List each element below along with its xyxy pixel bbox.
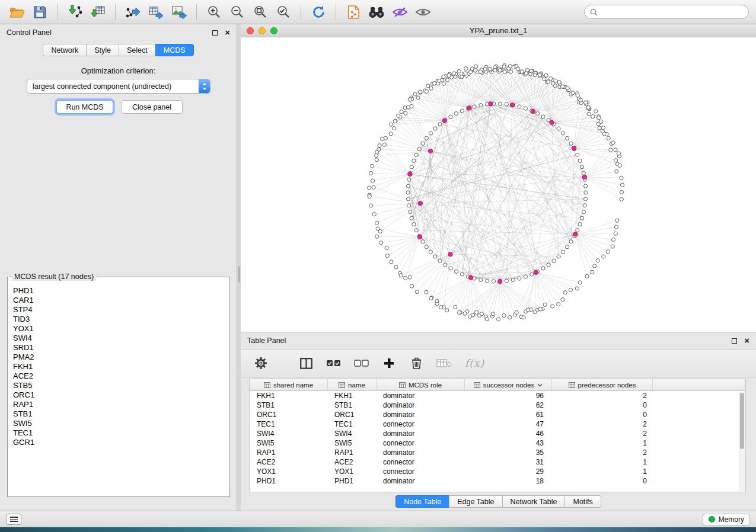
network-node[interactable] bbox=[497, 318, 500, 321]
network-node[interactable] bbox=[515, 310, 518, 314]
float-table-panel-icon[interactable] bbox=[732, 338, 737, 344]
network-node[interactable] bbox=[547, 80, 550, 84]
network-node[interactable] bbox=[372, 213, 376, 216]
network-node[interactable] bbox=[541, 267, 545, 270]
network-node[interactable] bbox=[502, 313, 506, 317]
network-node[interactable] bbox=[439, 306, 443, 309]
network-node[interactable] bbox=[412, 223, 416, 226]
network-node[interactable] bbox=[378, 144, 381, 148]
network-node[interactable] bbox=[547, 263, 550, 267]
tab-network-table[interactable]: Network Table bbox=[502, 495, 565, 508]
network-node[interactable] bbox=[454, 305, 457, 309]
network-node[interactable] bbox=[584, 184, 588, 188]
network-node[interactable] bbox=[421, 142, 425, 145]
network-node[interactable] bbox=[552, 259, 556, 262]
network-node[interactable] bbox=[406, 191, 410, 194]
mcds-dominator-node[interactable] bbox=[498, 279, 502, 283]
network-node[interactable] bbox=[618, 164, 621, 167]
network-node[interactable] bbox=[421, 240, 425, 243]
show-all-icon[interactable] bbox=[413, 2, 432, 21]
network-node[interactable] bbox=[438, 259, 442, 262]
network-node[interactable] bbox=[620, 176, 623, 180]
network-node[interactable] bbox=[620, 183, 624, 187]
network-node[interactable] bbox=[415, 290, 419, 294]
mcds-dominator-node[interactable] bbox=[550, 120, 554, 124]
table-row[interactable]: YOX1YOX1connector291 bbox=[250, 467, 745, 476]
tab-motifs[interactable]: Motifs bbox=[564, 495, 601, 508]
network-node[interactable] bbox=[475, 310, 479, 314]
network-node[interactable] bbox=[385, 246, 388, 250]
network-node[interactable] bbox=[606, 250, 610, 254]
network-node[interactable] bbox=[410, 165, 413, 169]
table-row[interactable]: RAP1RAP1dominator352 bbox=[250, 448, 745, 457]
network-node[interactable] bbox=[576, 153, 579, 156]
network-node[interactable] bbox=[580, 165, 584, 169]
mcds-dominator-node[interactable] bbox=[573, 232, 578, 236]
float-panel-icon[interactable] bbox=[212, 30, 218, 36]
network-node[interactable] bbox=[562, 250, 565, 254]
mcds-result-item[interactable]: TEC1 bbox=[13, 428, 229, 438]
network-node[interactable] bbox=[474, 69, 477, 72]
network-node[interactable] bbox=[452, 72, 456, 75]
network-node[interactable] bbox=[591, 115, 595, 118]
network-node[interactable] bbox=[585, 274, 589, 278]
mcds-result-item[interactable]: ORC1 bbox=[13, 390, 229, 400]
network-node[interactable] bbox=[375, 235, 379, 238]
mcds-dominator-node[interactable] bbox=[442, 118, 446, 123]
network-node[interactable] bbox=[409, 210, 412, 214]
column-header-mcds-role[interactable]: MCDS role bbox=[377, 379, 465, 391]
network-node[interactable] bbox=[393, 127, 396, 130]
network-node[interactable] bbox=[580, 216, 584, 220]
refresh-layout-icon[interactable] bbox=[309, 2, 328, 21]
status-menu-icon[interactable] bbox=[6, 514, 21, 525]
network-node[interactable] bbox=[444, 263, 447, 267]
network-node[interactable] bbox=[530, 273, 534, 276]
network-node[interactable] bbox=[536, 112, 540, 116]
network-node[interactable] bbox=[524, 275, 527, 278]
mcds-result-item[interactable]: STB5 bbox=[13, 381, 229, 390]
network-node[interactable] bbox=[566, 245, 569, 249]
network-node[interactable] bbox=[479, 278, 483, 281]
function-builder-icon[interactable]: f(x) bbox=[465, 355, 484, 371]
mcds-result-item[interactable]: FKH1 bbox=[13, 362, 229, 371]
zoom-fit-icon[interactable] bbox=[251, 2, 270, 21]
network-node[interactable] bbox=[479, 70, 482, 73]
table-row[interactable]: SWI5SWI5connector431 bbox=[250, 438, 745, 448]
run-mcds-button[interactable]: Run MCDS bbox=[56, 100, 113, 114]
network-node[interactable] bbox=[473, 105, 476, 108]
import-network-icon[interactable] bbox=[65, 2, 84, 21]
network-node[interactable] bbox=[419, 90, 422, 94]
mcds-dominator-node[interactable] bbox=[417, 235, 422, 239]
network-node[interactable] bbox=[593, 264, 596, 268]
network-node[interactable] bbox=[368, 195, 371, 198]
network-node[interactable] bbox=[518, 277, 521, 280]
network-node[interactable] bbox=[596, 259, 599, 262]
mcds-result-item[interactable]: PMA2 bbox=[13, 352, 229, 362]
column-header-predecessor-nodes[interactable]: predecessor nodes bbox=[552, 379, 653, 391]
network-node[interactable] bbox=[516, 67, 519, 70]
hide-selected-icon[interactable] bbox=[390, 2, 409, 21]
network-node[interactable] bbox=[549, 77, 553, 81]
network-node[interactable] bbox=[590, 270, 594, 274]
network-node[interactable] bbox=[511, 278, 515, 281]
network-node[interactable] bbox=[614, 225, 618, 229]
network-node[interactable] bbox=[379, 241, 383, 245]
network-node[interactable] bbox=[557, 127, 560, 130]
network-node[interactable] bbox=[385, 254, 389, 258]
network-node[interactable] bbox=[538, 73, 541, 76]
mcds-dominator-node[interactable] bbox=[489, 102, 493, 106]
zoom-in-icon[interactable] bbox=[205, 2, 224, 21]
network-node[interactable] bbox=[563, 291, 567, 294]
network-node[interactable] bbox=[569, 288, 572, 291]
add-column-icon[interactable] bbox=[382, 355, 396, 371]
network-node[interactable] bbox=[457, 69, 461, 73]
network-node[interactable] bbox=[569, 240, 573, 243]
network-node[interactable] bbox=[426, 84, 430, 88]
network-node[interactable] bbox=[576, 94, 579, 97]
tab-mcds[interactable]: MCDS bbox=[155, 44, 194, 56]
network-node[interactable] bbox=[407, 178, 411, 181]
network-node[interactable] bbox=[393, 120, 397, 123]
network-graph[interactable] bbox=[241, 37, 756, 332]
network-node[interactable] bbox=[620, 197, 623, 201]
network-node[interactable] bbox=[584, 197, 588, 201]
